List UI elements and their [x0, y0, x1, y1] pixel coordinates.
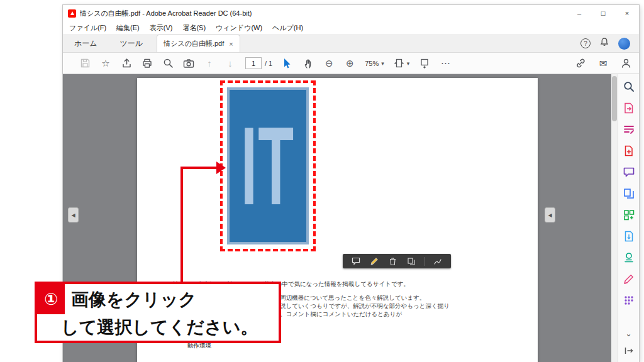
share-link-icon[interactable] — [575, 56, 586, 71]
create-pdf-icon[interactable] — [623, 145, 635, 157]
window-title: 情シスの自由帳.pdf - Adobe Acrobat Reader DC (6… — [80, 9, 252, 18]
select-tool-icon[interactable] — [282, 56, 293, 71]
menu-help[interactable]: ヘルプ(H) — [272, 23, 303, 33]
pencil-icon[interactable] — [369, 256, 380, 266]
annotation-arrowhead — [216, 162, 226, 174]
comment-icon[interactable] — [623, 166, 635, 178]
tools-pane-toggle[interactable]: ◀ — [545, 207, 555, 222]
zoom-level-value: 75% — [365, 60, 379, 67]
nav-pane-toggle[interactable]: ◀ — [68, 207, 79, 222]
more-tools-icon[interactable]: ⋯ — [440, 56, 451, 71]
scrollbar-thumb[interactable] — [612, 76, 617, 121]
chevron-down-icon: ▾ — [407, 60, 410, 67]
tabbar: ホーム ツール 情シスの自由帳.pdf × ? — [63, 34, 639, 53]
tools-rail: ⌄ — [618, 74, 639, 362]
step-number-badge: ① — [37, 284, 65, 314]
callout-text-line2: して選択してください。 — [61, 315, 258, 339]
menu-window[interactable]: ウィンドウ(W) — [216, 23, 262, 33]
share-upload-icon[interactable] — [121, 56, 132, 71]
maximize-button[interactable]: □ — [591, 5, 615, 21]
previous-page-icon[interactable]: ↑ — [204, 56, 215, 71]
menu-view[interactable]: 表示(V) — [150, 23, 173, 33]
zoom-out-icon[interactable]: ⊖ — [323, 56, 335, 71]
annotation-callout: ① 画像をクリック して選択してください。 — [35, 282, 281, 343]
open-pane-arrow-icon[interactable] — [623, 344, 635, 357]
tab-close-icon[interactable]: × — [229, 40, 233, 48]
titlebar: 情シスの自由帳.pdf - Adobe Acrobat Reader DC (6… — [63, 5, 639, 21]
tabbar-right: ? — [580, 35, 639, 52]
search-zoom-icon[interactable] — [162, 56, 174, 71]
tab-document[interactable]: 情シスの自由帳.pdf × — [157, 35, 240, 52]
titlebar-left: 情シスの自由帳.pdf - Adobe Acrobat Reader DC (6… — [63, 9, 567, 18]
avatar[interactable] — [618, 38, 630, 50]
rail-chevron-down-icon[interactable]: ⌄ — [625, 329, 631, 338]
minimize-button[interactable]: – — [567, 5, 591, 21]
it-logo-image[interactable]: IT — [227, 87, 309, 244]
organize-pages-icon[interactable] — [623, 209, 635, 221]
combine-files-icon[interactable] — [623, 187, 635, 200]
menubar: ファイル(F) 編集(E) 表示(V) 署名(S) ウィンドウ(W) ヘルプ(H… — [63, 21, 639, 34]
page-display-icon[interactable] — [419, 56, 430, 71]
rail-bottom: ⌄ — [623, 329, 635, 362]
vertical-scrollbar[interactable] — [611, 74, 618, 362]
menu-file[interactable]: ファイル(F) — [69, 23, 106, 33]
email-icon[interactable]: ✉ — [597, 56, 609, 71]
document-tab-label: 情シスの自由帳.pdf — [164, 39, 224, 48]
annotation-connector-line — [180, 167, 217, 169]
window-controls: – □ × — [567, 5, 639, 21]
menu-edit[interactable]: 編集(E) — [116, 23, 140, 33]
selected-image-border[interactable]: IT — [220, 80, 316, 251]
callout-text-line1: 画像をクリック — [71, 288, 196, 312]
tab-tools[interactable]: ツール — [109, 35, 155, 52]
stamp-icon[interactable] — [623, 251, 635, 264]
print-icon[interactable] — [142, 56, 153, 71]
export-pdf-icon[interactable] — [623, 102, 635, 114]
zoom-level-dropdown[interactable]: 75% ▾ — [365, 60, 384, 67]
page-number-input[interactable]: 1 — [245, 57, 262, 69]
toolbar: ☆ ↑ ↓ 1 / 1 ⊖ ⊕ 75% ▾ — [63, 53, 639, 74]
fill-sign-icon[interactable] — [623, 273, 635, 285]
image-mini-toolbar — [343, 254, 451, 268]
mini-toolbar-divider — [425, 257, 425, 266]
sign-in-person-icon[interactable] — [620, 56, 631, 71]
zoom-in-icon[interactable]: ⊕ — [344, 56, 355, 71]
chevron-down-icon: ▾ — [381, 60, 384, 67]
copy-pages-icon[interactable] — [406, 256, 417, 266]
hand-tool-icon[interactable] — [303, 56, 314, 71]
close-button[interactable]: × — [615, 5, 639, 21]
annotation-connector-line — [180, 167, 183, 283]
trash-icon[interactable] — [387, 256, 399, 266]
edit-pdf-icon[interactable] — [623, 123, 635, 136]
help-icon[interactable]: ? — [580, 38, 591, 48]
menu-sign[interactable]: 署名(S) — [182, 23, 206, 33]
search-icon[interactable] — [623, 80, 635, 93]
fit-width-dropdown[interactable]: ▾ — [394, 58, 410, 68]
next-page-icon[interactable]: ↓ — [225, 56, 236, 71]
page-navigation: 1 / 1 — [245, 57, 272, 69]
compress-pdf-icon[interactable] — [623, 230, 635, 243]
more-tools-grid-icon[interactable] — [623, 294, 635, 307]
save-icon[interactable] — [79, 56, 91, 71]
toolbar-right: ✉ — [575, 56, 631, 71]
comment-note-icon[interactable] — [350, 256, 362, 266]
favorite-star-icon[interactable]: ☆ — [100, 56, 111, 71]
snapshot-camera-icon[interactable] — [183, 56, 194, 71]
acrobat-logo-icon — [68, 9, 76, 18]
tab-home[interactable]: ホーム — [63, 35, 109, 52]
bell-icon[interactable] — [599, 37, 609, 50]
page-total-label: / 1 — [265, 60, 272, 67]
draw-free-icon[interactable] — [432, 256, 443, 266]
